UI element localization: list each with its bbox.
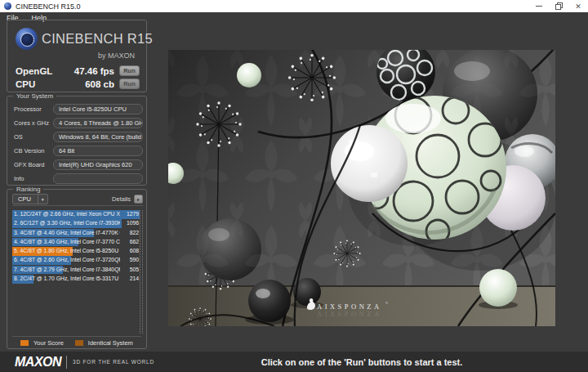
ranking-row-4[interactable]: 4. 4C/8T @ 3.40 GHz, Intel Core i7-3770 … (12, 238, 140, 247)
ranking-row-8[interactable]: 8. 2C/4T @ 1.70 GHz, Intel Core i5-3317U… (12, 275, 140, 284)
maxon-tagline: 3D FOR THE REAL WORLD (73, 359, 154, 365)
cinebench-logo-title: CINEBENCH R15 (42, 31, 153, 47)
ranking-filter-value: CPU (13, 195, 38, 203)
cpu-run-button[interactable]: Run (119, 78, 140, 89)
cbversion-field[interactable]: 64 Bit (53, 146, 143, 156)
window-title: CINEBENCH R15.0 (16, 2, 81, 11)
opengl-label: OpenGL (16, 66, 52, 76)
close-icon: ✕ (575, 2, 581, 11)
details-label: Details (112, 195, 131, 203)
minimize-icon (536, 6, 542, 7)
small-green-sphere-top (237, 63, 261, 87)
identical-system-legend-label: Identical System (88, 339, 133, 347)
green-sphere-bottom-right (479, 269, 517, 307)
your-system-panel: Your System ProcessorIntel Core i5-8250U… (7, 96, 147, 186)
ranking-row-3[interactable]: 3. 4C/8T @ 4.40 GHz, Intel Core i7-4770K… (12, 229, 140, 238)
ranking-row-7[interactable]: 7. 4C/8T @ 2.79 GHz, Intel Core i7-3840Q… (12, 266, 140, 275)
restore-button[interactable] (549, 0, 568, 12)
identical-system-swatch (75, 340, 83, 346)
your-score-legend-label: Your Score (33, 339, 64, 347)
divider (12, 336, 141, 337)
chevron-down-icon: ▼ (38, 195, 47, 204)
cbversion-label: CB Version (12, 147, 53, 155)
ranking-filter-dropdown[interactable]: CPU ▼ (12, 194, 48, 204)
cinebench-window: CINEBENCH R15.0 ✕ File Help CINEBENCH R1… (0, 0, 588, 372)
svg-text:AIXSPONZA: AIXSPONZA (317, 310, 382, 318)
white-glossy-sphere (331, 125, 408, 202)
your-score-swatch (20, 340, 29, 346)
ranking-row-1[interactable]: 1. 12C/24T @ 2.66 GHz, Intel Xeon CPU X5… (12, 210, 140, 219)
cores-field[interactable]: 4 Cores, 8 Threads @ 1.80 GHz (53, 118, 143, 128)
title-bar: CINEBENCH R15.0 ✕ (0, 0, 588, 12)
opengl-row: OpenGL 47.46 fps Run (16, 65, 140, 77)
app-icon (4, 2, 11, 10)
maxon-logo: MAXON (15, 355, 61, 370)
os-field[interactable]: Windows 8, 64 Bit, Core (build 9200) (53, 132, 143, 142)
processor-field[interactable]: Intel Core i5-8250U CPU (53, 104, 143, 114)
status-bar: MAXON 3D FOR THE REAL WORLD Click on one… (0, 352, 588, 372)
benchmark-panel: CINEBENCH R15 by MAXON OpenGL 47.46 fps … (7, 20, 147, 92)
processor-label: Processor (12, 105, 53, 113)
ranking-label: Ranking (13, 186, 43, 193)
ranking-row-6[interactable]: 6. 4C/8T @ 2.60 GHz, Intel Core i7-3720Q… (12, 256, 140, 265)
cpu-value: 608 cb (85, 79, 114, 89)
gfxboard-field[interactable]: Intel(R) UHD Graphics 620 (53, 159, 143, 170)
ranking-row-5[interactable]: 5. 4C/8T @ 1.80 GHz, Intel Core i5-8250U… (12, 247, 140, 256)
minimize-button[interactable] (529, 0, 549, 12)
cpu-row: CPU 608 cb Run (16, 78, 140, 90)
ranking-panel: Ranking CPU ▼ Details ▸ 1. 12C/24T @ 2.6… (7, 189, 147, 349)
ranking-scrollbar[interactable] (140, 210, 143, 334)
info-label: Info (12, 175, 53, 182)
svg-text:®: ® (385, 301, 388, 305)
status-hint: Click on one of the 'Run' buttons to sta… (261, 357, 463, 367)
cpu-label: CPU (16, 79, 35, 89)
restore-icon (555, 2, 563, 10)
your-system-label: Your System (13, 92, 56, 100)
logo-subtitle: by MAXON (98, 52, 135, 60)
ornate-sphere-bottom-left (199, 218, 261, 280)
render-preview-image: AIXSPONZA ® AIXSPONZA (168, 50, 555, 326)
cinebench-logo-icon (16, 28, 38, 50)
details-expand-button[interactable]: ▸ (134, 195, 143, 204)
opengl-run-button[interactable]: Run (119, 65, 140, 76)
os-label: OS (12, 133, 53, 141)
ranking-legend: Your Score Identical System (20, 339, 140, 347)
gfxboard-label: GFX Board (12, 161, 53, 168)
ranking-list: 1. 12C/24T @ 2.66 GHz, Intel Xeon CPU X5… (12, 210, 140, 284)
black-glossy-sphere (248, 280, 291, 322)
opengl-value: 47.46 fps (74, 66, 114, 76)
ranking-row-2[interactable]: 2. 6C/12T @ 3.30 GHz, Intel Core i7-3930… (12, 219, 140, 228)
divider (66, 356, 67, 369)
close-button[interactable]: ✕ (568, 0, 588, 12)
info-field[interactable] (53, 173, 143, 184)
cores-label: Cores x GHz (12, 119, 53, 127)
